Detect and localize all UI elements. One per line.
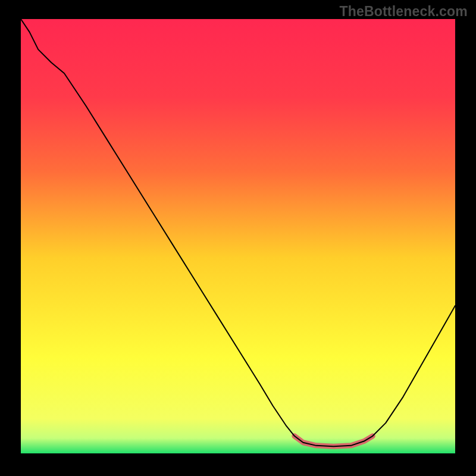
plot-area xyxy=(21,19,455,453)
chart-svg xyxy=(21,19,455,453)
chart-frame: TheBottleneck.com xyxy=(0,0,476,476)
chart-background xyxy=(21,19,455,453)
watermark-text: TheBottleneck.com xyxy=(339,4,468,20)
